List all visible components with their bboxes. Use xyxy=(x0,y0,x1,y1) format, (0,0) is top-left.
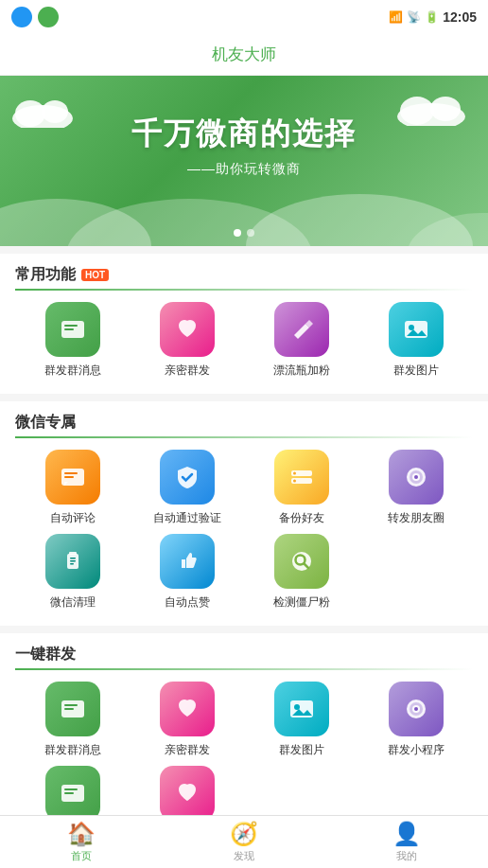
banner-dot-2 xyxy=(247,229,254,237)
section-common-header: 常用功能 HOT xyxy=(15,265,473,285)
icon-backup xyxy=(274,450,329,505)
banner-dots xyxy=(234,229,254,237)
icon-item-wechat-clean[interactable]: 微信清理 xyxy=(15,534,130,611)
banner-main-text: 千万微商的选择 xyxy=(131,114,357,155)
icon-forward-moments xyxy=(389,450,444,505)
icon-item-extra-1[interactable] xyxy=(15,766,130,815)
section-wechat-header: 微信专属 xyxy=(15,413,473,433)
section-broadcast-divider xyxy=(15,668,473,670)
icon-label-auto-verify: 自动通过验证 xyxy=(153,510,221,526)
common-icon-grid: 群发群消息 亲密群发 漂流瓶加粉 xyxy=(15,302,473,379)
icon-extra-2 xyxy=(160,766,215,815)
svg-point-25 xyxy=(414,475,418,479)
icon-item-auto-verify[interactable]: 自动通过验证 xyxy=(130,450,244,526)
status-bar: 📶 📡 🔋 12:05 xyxy=(0,0,488,34)
status-dot-green xyxy=(38,7,59,27)
icon-label-backup: 备份好友 xyxy=(279,510,324,526)
svg-point-5 xyxy=(15,100,45,127)
icon-label-mass-pic: 群发图片 xyxy=(393,363,439,379)
svg-rect-45 xyxy=(64,792,74,794)
icon-mass-group xyxy=(45,302,100,357)
section-wechat: 微信专属 自动评论 xyxy=(0,401,488,626)
svg-point-6 xyxy=(42,100,68,123)
svg-rect-36 xyxy=(64,708,74,710)
section-broadcast: 一键群发 群发群消息 亲密群发 xyxy=(0,633,488,815)
tab-me-icon: 👤 xyxy=(392,821,421,847)
tab-home[interactable]: 🏠 首页 xyxy=(0,821,163,863)
icon-item-backup[interactable]: 备份好友 xyxy=(244,450,358,526)
wechat-icon-grid: 自动评论 自动通过验证 xyxy=(15,450,473,611)
icon-auto-comment xyxy=(45,450,100,505)
icon-bc-intimate xyxy=(160,682,215,736)
svg-rect-16 xyxy=(64,472,78,474)
icon-label-bc-mini-program: 群发小程序 xyxy=(388,742,444,758)
icon-label-drift: 漂流瓶加粉 xyxy=(273,363,330,379)
icon-wechat-clean xyxy=(45,534,100,589)
battery-icon: 🔋 xyxy=(425,10,439,24)
icon-item-bc-mini-program[interactable]: 群发小程序 xyxy=(358,682,473,758)
wifi-icon: 📶 xyxy=(389,10,403,24)
icon-item-auto-like[interactable]: 自动点赞 xyxy=(130,534,244,611)
svg-point-9 xyxy=(430,97,461,121)
icon-item-mass-pic[interactable]: 群发图片 xyxy=(358,302,473,379)
svg-point-20 xyxy=(293,472,296,475)
svg-rect-27 xyxy=(69,552,77,555)
section-common-title: 常用功能 xyxy=(15,265,76,285)
icon-label-bc-mass-group: 群发群消息 xyxy=(44,742,101,758)
svg-rect-44 xyxy=(64,788,78,790)
icon-label-auto-comment: 自动评论 xyxy=(50,510,96,526)
top-nav: 机友大师 xyxy=(0,34,488,76)
svg-rect-17 xyxy=(64,476,74,478)
svg-rect-28 xyxy=(70,558,76,559)
section-common: 常用功能 HOT 群发群消息 xyxy=(0,254,488,394)
banner-sub-text: ——助你玩转微商 xyxy=(187,161,301,178)
tab-discover-icon: 🧭 xyxy=(230,821,258,847)
icon-item-bc-intimate[interactable]: 亲密群发 xyxy=(130,682,244,758)
tab-me-label: 我的 xyxy=(396,849,417,863)
app-title: 机友大师 xyxy=(212,44,276,65)
tab-me[interactable]: 👤 我的 xyxy=(325,821,488,863)
section-broadcast-title: 一键群发 xyxy=(15,645,76,664)
signal-icon: 📡 xyxy=(407,10,421,24)
icon-label-bc-mass-pic: 群发图片 xyxy=(279,742,324,758)
icon-item-intimate[interactable]: 亲密群发 xyxy=(130,302,244,379)
scroll-area[interactable]: 千万微商的选择 ——助你玩转微商 常用功能 HOT 群发群消息 xyxy=(0,76,488,815)
svg-rect-29 xyxy=(70,560,76,562)
svg-point-38 xyxy=(294,704,300,710)
icon-item-bc-mass-pic[interactable]: 群发图片 xyxy=(244,682,358,758)
icon-label-mass-group: 群发群消息 xyxy=(44,363,101,379)
icon-auto-verify xyxy=(160,450,215,505)
svg-rect-30 xyxy=(70,563,74,565)
svg-rect-12 xyxy=(64,328,74,330)
tab-home-icon: 🏠 xyxy=(67,821,96,847)
icon-detect-zombie xyxy=(274,534,329,589)
banner-dot-1 xyxy=(234,229,241,237)
icon-item-drift[interactable]: 漂流瓶加粉 xyxy=(244,302,358,379)
icon-label-wechat-clean: 微信清理 xyxy=(50,594,96,611)
icon-item-mass-group[interactable]: 群发群消息 xyxy=(15,302,130,379)
icon-item-extra-2[interactable] xyxy=(130,766,244,815)
icon-drift xyxy=(274,302,329,357)
section-broadcast-header: 一键群发 xyxy=(15,645,473,664)
svg-point-21 xyxy=(293,480,296,483)
icon-label-auto-like: 自动点赞 xyxy=(165,594,210,611)
icon-item-bc-mass-group[interactable]: 群发群消息 xyxy=(15,682,130,758)
icon-item-forward-moments[interactable]: 转发朋友圈 xyxy=(358,450,473,526)
svg-rect-35 xyxy=(64,704,78,706)
banner: 千万微商的选择 ——助你玩转微商 xyxy=(0,76,488,246)
section-wechat-divider xyxy=(15,436,473,438)
icon-extra-1 xyxy=(45,766,100,815)
section-common-divider xyxy=(15,289,473,291)
status-time: 12:05 xyxy=(443,9,477,25)
svg-rect-11 xyxy=(64,325,78,327)
icon-label-intimate: 亲密群发 xyxy=(165,363,210,379)
icon-auto-like xyxy=(160,534,215,589)
tab-discover[interactable]: 🧭 发现 xyxy=(163,821,325,863)
tab-home-label: 首页 xyxy=(71,849,92,863)
svg-point-42 xyxy=(414,707,418,711)
icon-item-auto-comment[interactable]: 自动评论 xyxy=(15,450,130,526)
svg-point-8 xyxy=(400,97,434,125)
icon-mass-pic xyxy=(389,302,444,357)
icon-bc-mini-program xyxy=(389,682,444,736)
icon-item-detect-zombie[interactable]: 检测僵尸粉 xyxy=(244,534,358,611)
